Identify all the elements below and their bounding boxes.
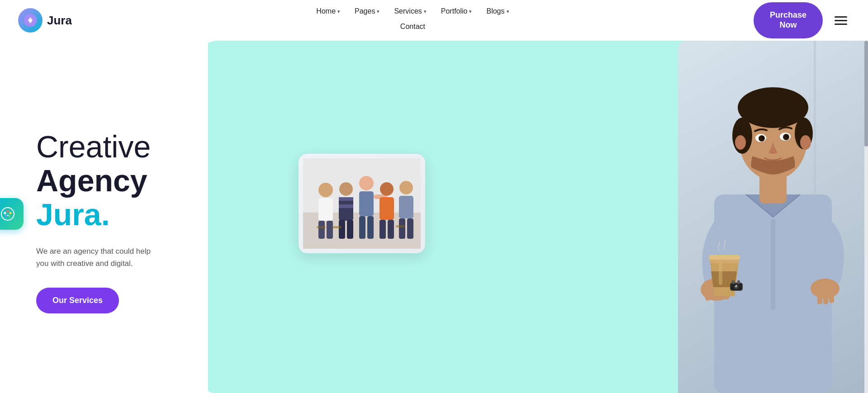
- svg-rect-65: [737, 280, 740, 284]
- svg-rect-26: [379, 197, 394, 220]
- svg-point-3: [7, 210, 9, 213]
- svg-rect-71: [823, 292, 828, 304]
- svg-point-46: [735, 135, 746, 150]
- navigation: Home ▾ Pages ▾ Services ▾ Portfolio ▾ Bl…: [310, 4, 515, 37]
- logo-icon: [18, 8, 43, 33]
- hero-right: [199, 41, 868, 393]
- scrollbar-thumb: [864, 41, 868, 147]
- svg-point-10: [318, 183, 333, 197]
- svg-point-2: [4, 212, 6, 214]
- hamburger-line: [835, 24, 847, 25]
- logo[interactable]: Jura: [18, 8, 72, 33]
- nav-portfolio-label: Portfolio: [441, 7, 468, 15]
- hamburger-menu[interactable]: [832, 14, 850, 28]
- svg-rect-40: [771, 219, 775, 310]
- team-photo: [299, 154, 425, 253]
- nav-item-portfolio[interactable]: Portfolio ▾: [435, 4, 479, 19]
- hero-title-agency: Agency Jura.: [36, 164, 181, 232]
- svg-point-53: [786, 135, 788, 137]
- svg-rect-61: [709, 255, 740, 260]
- purchase-line2: Now: [779, 20, 797, 29]
- our-services-button[interactable]: Our Services: [36, 288, 119, 313]
- chevron-down-icon: ▾: [469, 9, 472, 14]
- svg-rect-30: [399, 196, 413, 218]
- scrollbar-track[interactable]: [864, 41, 868, 393]
- svg-rect-16: [339, 197, 353, 201]
- man-photo: [678, 41, 868, 393]
- svg-rect-35: [396, 225, 405, 227]
- purchase-line1: Purchase: [770, 10, 806, 19]
- hero-section: Creative Agency Jura. We are an agency t…: [0, 41, 868, 393]
- svg-rect-18: [339, 220, 345, 239]
- svg-rect-27: [379, 220, 386, 239]
- svg-point-14: [339, 182, 353, 196]
- svg-rect-21: [359, 191, 374, 216]
- svg-rect-17: [339, 204, 353, 208]
- nav-item-home[interactable]: Home ▾: [310, 4, 346, 19]
- svg-rect-23: [367, 216, 374, 239]
- nav-contact-label: Contact: [400, 23, 425, 30]
- agency-word: Agency: [36, 163, 147, 198]
- chevron-down-icon: ▾: [377, 9, 379, 14]
- svg-rect-19: [347, 220, 353, 239]
- svg-rect-28: [388, 220, 394, 239]
- hero-left: Creative Agency Jura. We are an agency t…: [0, 41, 208, 393]
- nav-item-contact[interactable]: Contact: [394, 19, 432, 34]
- hero-title-creative: Creative: [36, 130, 181, 164]
- man-photo-inner: [678, 41, 868, 393]
- chevron-down-icon: ▾: [337, 9, 340, 14]
- svg-rect-11: [318, 198, 333, 221]
- nav-item-pages[interactable]: Pages ▾: [348, 4, 386, 19]
- svg-rect-32: [407, 218, 413, 239]
- svg-rect-60: [719, 262, 722, 285]
- nav-item-services[interactable]: Services ▾: [388, 4, 432, 19]
- svg-point-25: [380, 182, 394, 196]
- svg-point-5: [9, 215, 11, 218]
- header-right: Purchase Now: [754, 2, 850, 38]
- svg-rect-12: [318, 221, 325, 239]
- nav-services-label: Services: [394, 7, 422, 15]
- chevron-down-icon: ▾: [424, 9, 427, 14]
- purchase-button[interactable]: Purchase Now: [754, 2, 823, 38]
- svg-rect-31: [399, 218, 405, 239]
- nav-home-label: Home: [316, 7, 336, 15]
- svg-point-1: [1, 208, 14, 220]
- svg-rect-72: [829, 292, 834, 303]
- svg-rect-34: [332, 226, 342, 228]
- hamburger-line: [835, 16, 847, 18]
- svg-point-29: [399, 181, 413, 194]
- hamburger-line: [835, 20, 847, 21]
- svg-rect-55: [705, 287, 711, 301]
- hero-title: Creative Agency Jura.: [36, 130, 181, 231]
- our-services-label: Our Services: [52, 296, 103, 305]
- hero-description: We are an agency that could helpyou with…: [36, 245, 181, 270]
- svg-rect-33: [317, 226, 326, 228]
- nav-pages-label: Pages: [355, 7, 375, 15]
- chevron-down-icon: ▾: [507, 9, 509, 14]
- svg-point-6: [5, 215, 7, 218]
- team-illustration: [299, 154, 425, 253]
- svg-point-20: [359, 176, 374, 190]
- nav-blogs-label: Blogs: [486, 7, 504, 15]
- jura-word: Jura.: [36, 197, 110, 232]
- header: Jura Home ▾ Pages ▾ Services ▾ Portfolio…: [0, 0, 868, 41]
- svg-rect-68: [735, 286, 737, 287]
- palette-badge: [0, 198, 24, 230]
- svg-point-47: [800, 135, 811, 150]
- logo-text: Jura: [47, 14, 72, 28]
- svg-rect-70: [817, 292, 822, 304]
- svg-point-52: [761, 136, 764, 139]
- svg-rect-13: [327, 221, 333, 239]
- svg-rect-64: [732, 280, 735, 284]
- svg-rect-22: [359, 216, 365, 239]
- svg-point-4: [9, 212, 12, 214]
- nav-item-blogs[interactable]: Blogs ▾: [480, 4, 515, 19]
